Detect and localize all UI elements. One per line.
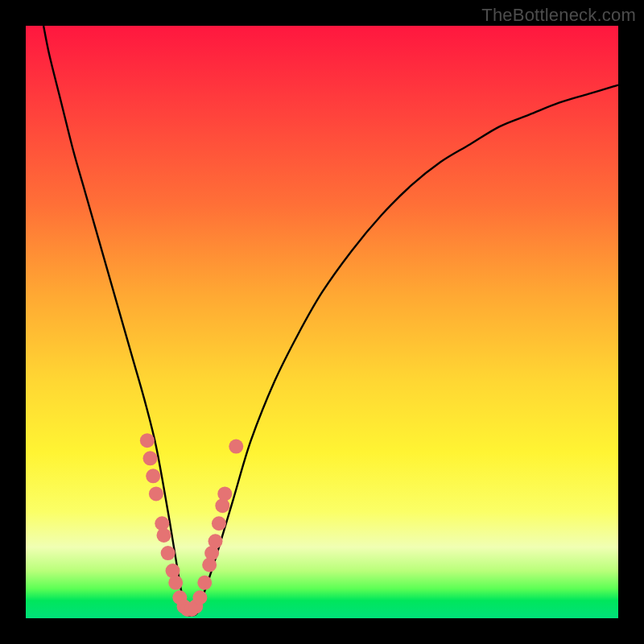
data-marker	[212, 516, 226, 530]
plot-area	[26, 26, 618, 618]
marker-group	[140, 433, 243, 617]
data-marker	[156, 528, 171, 543]
bottleneck-curve	[43, 26, 618, 616]
data-marker	[146, 469, 160, 483]
data-marker	[217, 486, 232, 501]
data-marker	[161, 546, 175, 560]
data-marker	[197, 576, 212, 590]
data-marker	[168, 576, 183, 590]
chart-svg	[26, 26, 618, 618]
data-marker	[143, 451, 158, 465]
chart-frame: TheBottleneck.com	[0, 0, 644, 644]
data-marker	[229, 440, 243, 454]
data-marker	[140, 433, 155, 448]
data-marker	[192, 590, 207, 605]
data-marker	[208, 534, 223, 548]
watermark-text: TheBottleneck.com	[481, 5, 636, 26]
data-marker	[149, 486, 163, 501]
